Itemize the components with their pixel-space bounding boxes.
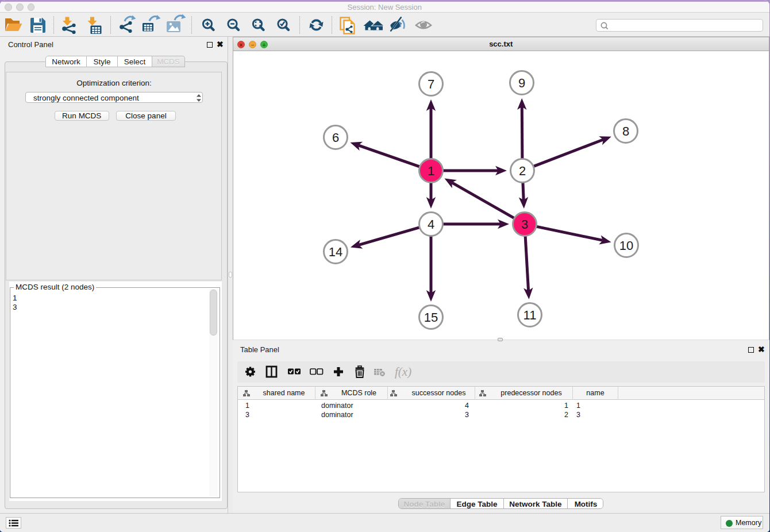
svg-text:2: 2	[519, 164, 526, 178]
svg-text:15: 15	[424, 310, 438, 325]
svg-text:14: 14	[329, 245, 342, 259]
svg-text:9: 9	[518, 76, 525, 90]
svg-text:f(x): f(x)	[395, 365, 411, 379]
svg-text:10: 10	[619, 238, 633, 253]
svg-text:8: 8	[622, 124, 629, 138]
svg-text:6: 6	[332, 130, 339, 145]
svg-text:11: 11	[523, 308, 537, 322]
svg-text:4: 4	[428, 217, 434, 232]
svg-text:3: 3	[521, 217, 528, 232]
svg-text:7: 7	[428, 77, 434, 91]
svg-text:1: 1	[428, 164, 434, 178]
